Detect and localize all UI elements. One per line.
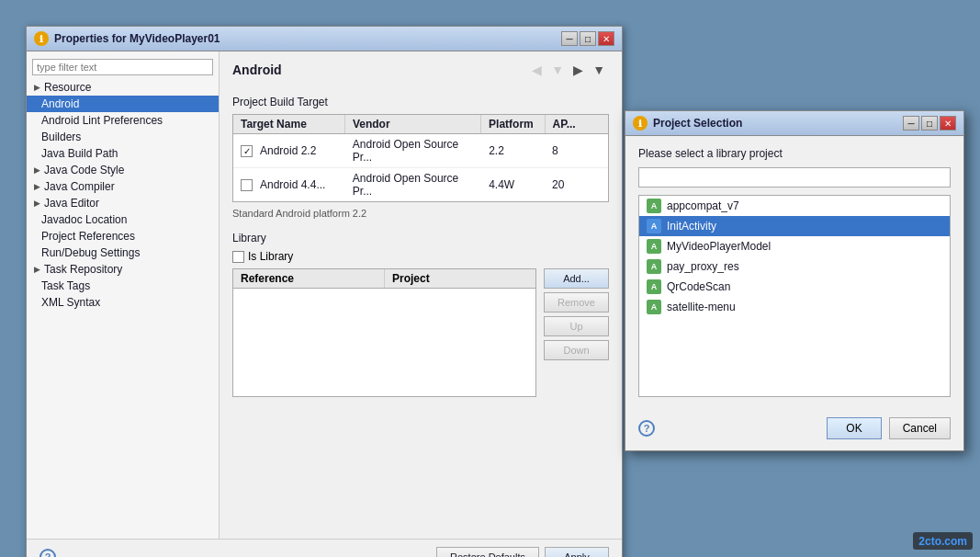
proj-select-label: Please select a library project (638, 147, 951, 160)
sidebar-item-java-compiler-label: Java Compiler (44, 180, 115, 193)
proj-item-initactivity-label: InitActivity (667, 220, 716, 233)
proj-list-item[interactable]: A QrCodeScan (639, 277, 950, 297)
row1-name: ✓ Android 2.2 (233, 142, 345, 159)
main-title-text: Properties for MyVideoPlayer01 (54, 32, 220, 45)
proj-ok-button[interactable]: OK (827, 417, 881, 439)
proj-item-icon-initactivity: A (647, 219, 661, 233)
col-vendor: Vendor (345, 115, 481, 133)
help-button[interactable]: ? (39, 549, 56, 557)
row1-checkbox[interactable]: ✓ (241, 145, 253, 157)
sidebar-item-java-code-style-label: Java Code Style (44, 164, 124, 176)
down-button[interactable]: Down (544, 340, 609, 360)
proj-list-item[interactable]: A InitActivity (639, 216, 950, 236)
dialog-bottom: ? Restore Defaults Apply (27, 539, 622, 557)
nav-fwd-button[interactable]: ▶ (569, 61, 587, 79)
proj-title-text: Project Selection (653, 117, 742, 130)
is-library-checkbox[interactable] (232, 251, 244, 263)
row2-name: Android 4.4... (233, 176, 345, 193)
sidebar-item-resource-label: Resource (44, 81, 91, 94)
proj-list-item[interactable]: A satellite-menu (639, 297, 950, 317)
library-label: Library (232, 232, 609, 244)
library-col-project: Project (385, 269, 535, 288)
sidebar-item-javadoc[interactable]: Javadoc Location (27, 211, 219, 228)
main-content: Android ◀ ▼ ▶ ▼ Project Build Target Tar… (220, 51, 622, 539)
add-button[interactable]: Add... (544, 268, 609, 289)
java-compiler-arrow-icon: ▶ (34, 182, 40, 191)
proj-cancel-button[interactable]: Cancel (889, 417, 951, 439)
main-title-icon: ℹ (34, 31, 49, 46)
proj-maximize-button[interactable]: □ (921, 116, 938, 131)
proj-item-satellitemenu-label: satellite-menu (667, 301, 736, 313)
main-maximize-button[interactable]: □ (580, 31, 596, 46)
sidebar-item-android-lint-label: Android Lint Preferences (41, 114, 163, 127)
project-selection-dialog: ℹ Project Selection ─ □ ✕ Please select … (625, 110, 964, 451)
sidebar-item-java-code-style[interactable]: ▶ Java Code Style (27, 162, 219, 178)
library-table-header: Reference Project (233, 269, 535, 289)
proj-list-item[interactable]: A MyVideoPlayerModel (639, 236, 950, 256)
watermark-prefix: 2cto (918, 535, 941, 548)
sidebar-item-java-compiler[interactable]: ▶ Java Compiler (27, 178, 219, 195)
sidebar-item-android[interactable]: Android (27, 96, 219, 112)
proj-item-icon-qrcodescan: A (647, 279, 661, 294)
nav-back-button[interactable]: ◀ (528, 61, 546, 79)
proj-titlebar-left: ℹ Project Selection (633, 116, 742, 131)
main-minimize-button[interactable]: ─ (561, 31, 578, 46)
library-table-area: Reference Project Add... Remove Up Down (232, 268, 609, 397)
sidebar-item-xml-syntax-label: XML Syntax (41, 296, 100, 309)
platform-text: Standard Android platform 2.2 (232, 208, 609, 219)
row1-ap: 8 (545, 142, 608, 159)
sidebar-item-java-editor-label: Java Editor (44, 197, 99, 210)
sidebar-item-xml-syntax[interactable]: XML Syntax (27, 294, 219, 311)
nav-back-dropdown[interactable]: ▼ (547, 61, 568, 79)
sidebar-item-project-references-label: Project References (41, 230, 135, 243)
sidebar-item-task-repository[interactable]: ▶ Task Repository (27, 261, 219, 278)
row1-vendor: Android Open Source Pr... (345, 136, 481, 165)
sidebar-item-run-debug[interactable]: Run/Debug Settings (27, 244, 219, 261)
main-close-button[interactable]: ✕ (598, 31, 614, 46)
row2-checkbox[interactable] (241, 179, 253, 191)
proj-item-icon-myvideoplayer: A (647, 239, 661, 254)
sidebar: ▶ Resource Android Android Lint Preferen… (27, 51, 220, 539)
proj-list-item[interactable]: A appcompat_v7 (639, 196, 950, 216)
proj-bottom: ? OK Cancel (625, 408, 963, 450)
proj-item-icon-payproxy: A (647, 259, 661, 274)
sidebar-item-task-tags[interactable]: Task Tags (27, 278, 219, 294)
library-buttons: Add... Remove Up Down (544, 268, 609, 397)
resource-arrow-icon: ▶ (34, 83, 40, 92)
section-title: Android (232, 63, 282, 77)
col-platform: Platform (481, 115, 545, 133)
main-dialog: ℹ Properties for MyVideoPlayer01 ─ □ ✕ ▶… (26, 26, 623, 557)
proj-list-item[interactable]: A pay_proxy_res (639, 256, 950, 277)
sidebar-item-java-editor[interactable]: ▶ Java Editor (27, 195, 219, 211)
sidebar-item-javadoc-label: Javadoc Location (41, 213, 127, 226)
proj-search-input[interactable] (638, 167, 951, 188)
library-table: Reference Project (232, 268, 536, 397)
up-button[interactable]: Up (544, 316, 609, 336)
watermark: 2cto.com (913, 532, 973, 550)
col-ap: AP... (546, 115, 608, 133)
sidebar-filter-input[interactable] (32, 59, 213, 75)
library-section: Library Is Library Reference Project Add… (232, 232, 609, 397)
proj-ok-cancel-buttons: OK Cancel (827, 417, 951, 439)
apply-button[interactable]: Apply (545, 547, 609, 557)
proj-item-icon-appcompat: A (647, 199, 661, 213)
java-code-style-arrow-icon: ▶ (34, 165, 40, 175)
proj-help-button[interactable]: ? (638, 420, 655, 437)
sidebar-item-project-references[interactable]: Project References (27, 228, 219, 244)
table-row[interactable]: Android 4.4... Android Open Source Pr...… (233, 168, 608, 201)
nav-fwd-dropdown[interactable]: ▼ (589, 61, 609, 79)
proj-close-button[interactable]: ✕ (940, 116, 956, 131)
sidebar-item-builders-label: Builders (41, 131, 81, 143)
sidebar-item-resource[interactable]: ▶ Resource (27, 79, 219, 96)
restore-defaults-button[interactable]: Restore Defaults (436, 547, 539, 557)
row2-ap: 20 (545, 176, 608, 193)
sidebar-item-java-build-path[interactable]: Java Build Path (27, 145, 219, 162)
sidebar-item-builders[interactable]: Builders (27, 129, 219, 145)
proj-minimize-button[interactable]: ─ (903, 116, 919, 131)
nav-arrows: ◀ ▼ ▶ ▼ (528, 61, 609, 79)
remove-button[interactable]: Remove (544, 292, 609, 313)
table-row[interactable]: ✓ Android 2.2 Android Open Source Pr... … (233, 134, 608, 168)
sidebar-item-android-lint[interactable]: Android Lint Preferences (27, 112, 219, 129)
is-library-row: Is Library (232, 250, 609, 263)
row2-platform: 4.4W (481, 176, 545, 193)
